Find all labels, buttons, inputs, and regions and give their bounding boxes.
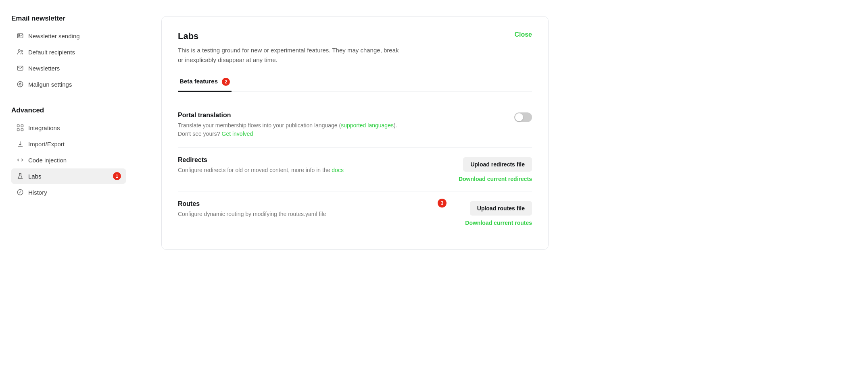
- sidebar-item-label: Default recipients: [28, 49, 75, 56]
- feature-redirects-info: Redirects Configure redirects for old or…: [178, 156, 404, 174]
- svg-point-1: [18, 34, 20, 35]
- sidebar-item-label: Import/Export: [28, 141, 65, 147]
- get-involved-link[interactable]: Get involved: [222, 131, 253, 137]
- close-button[interactable]: Close: [514, 31, 532, 38]
- sidebar-item-label: Newsletters: [28, 65, 60, 72]
- portal-desc-text2: Don't see yours?: [178, 131, 222, 137]
- routes-title: Routes: [178, 200, 404, 208]
- portal-translation-title: Portal translation: [178, 112, 404, 119]
- svg-rect-15: [21, 129, 23, 131]
- sidebar-item-integrations[interactable]: Integrations: [11, 120, 126, 135]
- sidebar-item-label: Newsletter sending: [28, 33, 80, 39]
- sidebar-item-label: History: [28, 189, 47, 196]
- sidebar-item-history[interactable]: History: [11, 185, 126, 200]
- email-section: Email newsletter Newsletter sending Defa…: [11, 15, 126, 92]
- main-content: Labs Close This is a testing ground for …: [137, 0, 868, 382]
- labs-icon: [16, 172, 24, 180]
- labs-header: Labs Close: [178, 31, 532, 42]
- integrations-icon: [16, 124, 24, 132]
- portal-translation-toggle[interactable]: [514, 112, 532, 122]
- sidebar-item-label: Integrations: [28, 125, 60, 131]
- labs-panel: Labs Close This is a testing ground for …: [161, 16, 549, 250]
- feature-portal-info: Portal translation Translate your member…: [178, 112, 404, 138]
- sidebar-item-label: Code injection: [28, 157, 67, 164]
- upload-redirects-button[interactable]: Upload redirects file: [463, 157, 532, 172]
- sidebar-item-label: Mailgun settings: [28, 81, 72, 88]
- redirects-docs-link[interactable]: docs: [332, 167, 344, 173]
- supported-languages-link[interactable]: supported languages: [341, 122, 394, 129]
- labs-description: This is a testing ground for new or expe…: [178, 46, 404, 65]
- email-section-title: Email newsletter: [11, 15, 126, 23]
- redirects-desc: Configure redirects for old or moved con…: [178, 166, 404, 174]
- download-redirects-button[interactable]: Download current redirects: [459, 176, 532, 182]
- svg-point-4: [21, 50, 23, 52]
- labs-title: Labs: [178, 31, 198, 42]
- portal-translation-actions: [443, 112, 532, 122]
- redirects-desc-text: Configure redirects for old or moved con…: [178, 167, 332, 173]
- tab-beta-features[interactable]: Beta features 2: [178, 75, 232, 92]
- feature-routes-info: Routes Configure dynamic routing by modi…: [178, 200, 404, 218]
- sidebar-item-newsletters[interactable]: Newsletters: [11, 60, 126, 76]
- portal-desc-mid: ).: [394, 122, 397, 129]
- tab-label: Beta features: [179, 78, 218, 85]
- gear-circle-icon: [16, 80, 24, 88]
- svg-rect-13: [21, 125, 23, 127]
- download-routes-button[interactable]: Download current routes: [465, 220, 532, 226]
- redirects-actions: Upload redirects file Download current r…: [443, 156, 532, 182]
- sidebar-item-label: Labs: [28, 173, 42, 180]
- svg-point-7: [19, 83, 21, 85]
- sidebar-item-newsletter-sending[interactable]: Newsletter sending: [11, 28, 126, 44]
- sidebar-item-mailgun-settings[interactable]: Mailgun settings: [11, 77, 126, 92]
- recipients-icon: [16, 48, 24, 56]
- sidebar-item-default-recipients[interactable]: Default recipients: [11, 44, 126, 60]
- feature-portal-translation: Portal translation Translate your member…: [178, 103, 532, 147]
- labs-badge: 1: [113, 172, 121, 180]
- upload-routes-button[interactable]: Upload routes file: [470, 201, 532, 216]
- sidebar-item-labs[interactable]: Labs 1: [11, 168, 126, 184]
- routes-desc: Configure dynamic routing by modifying t…: [178, 210, 404, 218]
- code-icon: [16, 156, 24, 164]
- sidebar: Email newsletter Newsletter sending Defa…: [0, 0, 137, 382]
- routes-actions: 3 Upload routes file Download current ro…: [443, 200, 532, 226]
- svg-rect-14: [17, 129, 19, 131]
- portal-translation-desc: Translate your membership flows into you…: [178, 121, 404, 138]
- routes-badge: 3: [438, 199, 447, 208]
- feature-redirects: Redirects Configure redirects for old or…: [178, 147, 532, 191]
- advanced-section: Advanced Integrations Import/Export Code…: [11, 106, 126, 200]
- import-icon: [16, 140, 24, 148]
- sidebar-item-code-injection[interactable]: Code injection: [11, 152, 126, 168]
- svg-rect-12: [17, 125, 19, 127]
- sidebar-item-import-export[interactable]: Import/Export: [11, 136, 126, 152]
- redirects-title: Redirects: [178, 156, 404, 164]
- mail-icon: [16, 64, 24, 72]
- history-icon: [16, 188, 24, 196]
- tabs-row: Beta features 2: [178, 75, 532, 91]
- tab-badge: 2: [222, 78, 230, 86]
- feature-routes: Routes Configure dynamic routing by modi…: [178, 191, 532, 235]
- portal-desc-text1: Translate your membership flows into you…: [178, 122, 341, 129]
- newsletter-icon: [16, 32, 24, 40]
- svg-point-3: [19, 50, 21, 52]
- advanced-section-title: Advanced: [11, 106, 126, 114]
